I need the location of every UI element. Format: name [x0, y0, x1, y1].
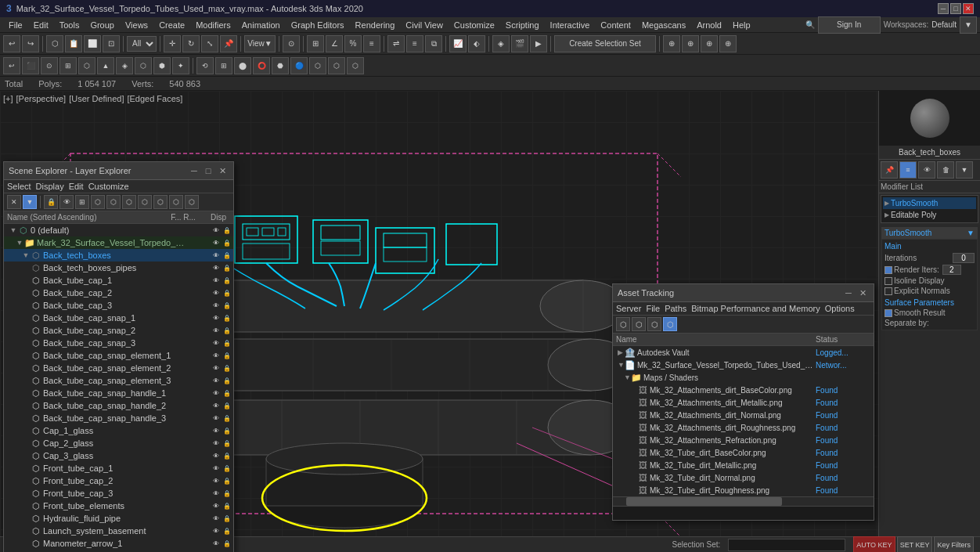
subtool-17[interactable]: ⬡	[328, 57, 345, 74]
asset-path-input[interactable]	[616, 509, 870, 518]
tree-item-back-snap-elem-1[interactable]: ⬡ Back_tube_cap_snap_element_1 👁🔒	[4, 349, 233, 362]
misc-btn4[interactable]: ⊕	[719, 35, 737, 52]
curve-editor-button[interactable]: 📈	[449, 35, 467, 52]
subtool-16[interactable]: ⬡	[309, 57, 326, 74]
menu-megascans[interactable]: Megascans	[636, 19, 691, 31]
tree-item-back-snap-elem-2[interactable]: ⬡ Back_tube_cap_snap_element_2 👁🔒	[4, 362, 233, 374]
tree-item-back-tube-cap-3[interactable]: ⬡ Back_tube_cap_3 👁🔒	[4, 299, 233, 312]
menu-animation[interactable]: Animation	[236, 19, 286, 31]
explicit-normals-checkbox[interactable]	[885, 287, 892, 295]
tree-item-back-snap-handle-3[interactable]: ⬡ Back_tube_cap_snap_handle_3 👁🔒	[4, 412, 233, 424]
tree-item-back-tube-cap-snap-2[interactable]: ⬡ Back_tube_cap_snap_2 👁🔒	[4, 324, 233, 337]
subtool-3[interactable]: ⊙	[41, 57, 58, 74]
asset-menu-paths[interactable]: Paths	[665, 304, 686, 313]
tree-item-back-snap-handle-1[interactable]: ⬡ Back_tube_cap_snap_handle_1 👁🔒	[4, 387, 233, 399]
panel-restore-button[interactable]: □	[202, 164, 214, 177]
le-tb-10[interactable]: ⬡	[185, 195, 199, 209]
mod-show-button[interactable]: 👁	[918, 161, 935, 179]
subtool-arrow[interactable]: ▲	[97, 57, 114, 74]
le-tb-8[interactable]: ⬡	[153, 195, 168, 209]
asset-tb-4[interactable]: ⬡	[663, 317, 677, 331]
create-selection-set-button[interactable]: Create Selection Set	[554, 35, 656, 52]
menu-scripting[interactable]: Scripting	[500, 19, 545, 31]
status-animate-button[interactable]: AUTO KEY	[853, 536, 895, 553]
le-tb-5[interactable]: ⬡	[106, 195, 121, 209]
subtool-18[interactable]: ⬡	[347, 57, 364, 74]
mod-delete-button[interactable]: 🗑	[937, 161, 954, 179]
turbosmooth-section-header[interactable]: TurboSmooth ▼	[881, 227, 978, 239]
filter-dropdown[interactable]: All	[127, 36, 157, 52]
snap-toggle-button[interactable]: ⊞	[307, 35, 324, 52]
tree-item-default-layer[interactable]: ▼ ⬡ 0 (default) 👁 🔒	[4, 224, 233, 236]
tree-item-back-snap-elem-3[interactable]: ⬡ Back_tube_cap_snap_element_3 👁🔒	[4, 374, 233, 387]
mirror-button[interactable]: ⇌	[387, 35, 405, 52]
asset-item-refraction[interactable]: 🖼 Mk_32_Attachments_Refraction.png Found	[613, 434, 874, 446]
tree-item-cap2-glass[interactable]: ⬡ Cap_2_glass 👁🔒	[4, 437, 233, 449]
le-tb-7[interactable]: ⬡	[138, 195, 152, 209]
mod-more-button[interactable]: ▼	[956, 161, 973, 179]
menu-group[interactable]: Group	[85, 19, 120, 31]
asset-tracking-list[interactable]: ▶ 🏦 Autodesk Vault Logged... ▼ 📄 Mk_32_S…	[613, 346, 874, 496]
tree-item-front-tube-elements[interactable]: ⬡ Front_tube_elements 👁🔒	[4, 500, 233, 512]
le-tb-9[interactable]: ⬡	[169, 195, 183, 209]
subtool-2[interactable]: ⬛	[22, 57, 39, 74]
layer-manager-button[interactable]: ⧉	[425, 35, 442, 52]
asset-item-tube-roughness[interactable]: 🖼 Mk_32_Tube_dirt_Roughness.png Found	[613, 484, 874, 496]
modifier-item-turbosmooth[interactable]: ▶ TurboSmooth	[883, 197, 976, 209]
menu-views[interactable]: Views	[120, 19, 153, 31]
le-tb-close-x[interactable]: ✕	[7, 195, 21, 209]
asset-item-vault[interactable]: ▶ 🏦 Autodesk Vault Logged...	[613, 346, 874, 359]
tree-item-torpedo-root[interactable]: ▼ 📁 Mark_32_Surface_Vessel_Torpedo_Tubes…	[4, 236, 233, 249]
percent-snap-button[interactable]: %	[344, 35, 362, 52]
asset-item-metallic[interactable]: 🖼 Mk_32_Attachments_dirt_Metallic.png Fo…	[613, 396, 874, 409]
le-menu-display[interactable]: Display	[36, 182, 64, 191]
subtool-7[interactable]: ⬡	[135, 57, 152, 74]
render-iters-input[interactable]	[942, 265, 961, 275]
subtool-6[interactable]: ◈	[116, 57, 133, 74]
panel-close-button[interactable]: ✕	[216, 164, 229, 177]
asset-menu-options[interactable]: Options	[825, 304, 855, 313]
render-frame-button[interactable]: ▶	[530, 35, 547, 52]
spinner-snap-button[interactable]: ≡	[363, 35, 380, 52]
menu-interactive[interactable]: Interactive	[545, 19, 596, 31]
asset-item-tube-basecolor[interactable]: 🖼 Mk_32_Tube_dirt_BaseColor.png Found	[613, 446, 874, 459]
tree-item-back-tech-boxes-pipes[interactable]: ⬡ Back_tech_boxes_pipes 👁🔒	[4, 262, 233, 274]
redo-button[interactable]: ↪	[22, 35, 39, 52]
subtool-4[interactable]: ⊞	[59, 57, 77, 74]
menu-tools[interactable]: Tools	[54, 19, 85, 31]
close-button[interactable]: ✕	[963, 3, 974, 14]
select-by-name-button[interactable]: 📋	[65, 35, 82, 52]
tree-item-launch-system[interactable]: ⬡ Launch_system_basement 👁🔒	[4, 525, 233, 537]
selection-set-status-input[interactable]	[728, 539, 845, 551]
misc-btn1[interactable]: ⊕	[663, 35, 680, 52]
panel-minus-button[interactable]: ─	[188, 164, 200, 177]
smooth-result-checkbox[interactable]	[885, 309, 892, 317]
maximize-button[interactable]: □	[950, 3, 961, 14]
asset-item-basecolor[interactable]: 🖼 Mk_32_Attachments_dirt_BaseColor.png F…	[613, 384, 874, 396]
minimize-button[interactable]: ─	[938, 3, 949, 14]
angle-snap-button[interactable]: ∠	[326, 35, 343, 52]
material-editor-button[interactable]: ◈	[492, 35, 510, 52]
subtool-14[interactable]: ⬣	[272, 57, 289, 74]
mod-pin-button[interactable]: 📌	[881, 161, 898, 179]
isoline-checkbox[interactable]	[885, 277, 892, 285]
subtool-5[interactable]: ⬡	[78, 57, 95, 74]
le-menu-select[interactable]: Select	[7, 182, 31, 191]
tree-item-back-snap-handle-2[interactable]: ⬡ Back_tube_cap_snap_handle_2 👁🔒	[4, 399, 233, 412]
subtool-12[interactable]: ⬤	[234, 57, 251, 74]
move-button[interactable]: ✛	[164, 35, 181, 52]
le-tb-3[interactable]: ⊞	[75, 195, 89, 209]
align-button[interactable]: ≡	[406, 35, 423, 52]
menu-modifiers[interactable]: Modifiers	[190, 19, 236, 31]
menu-file[interactable]: File	[3, 19, 28, 31]
scale-button[interactable]: ⤡	[201, 35, 218, 52]
subtool-10[interactable]: ⟲	[196, 57, 214, 74]
asset-menu-bitmap-perf[interactable]: Bitmap Performance and Memory	[691, 304, 820, 313]
asset-item-maps-folder[interactable]: ▼ 📁 Maps / Shaders	[613, 371, 874, 384]
subtool-15[interactable]: 🔵	[290, 57, 308, 74]
tree-item-cap1-glass[interactable]: ⬡ Cap_1_glass 👁🔒	[4, 424, 233, 437]
tree-item-hydraulic-fluid[interactable]: ⬡ Hydraulic_fluid_pipe 👁🔒	[4, 512, 233, 525]
tree-item-front-tube-cap-2[interactable]: ⬡ Front_tube_cap_2 👁🔒	[4, 474, 233, 487]
asset-item-tube-metallic[interactable]: 🖼 Mk_32_Tube_dirt_Metallic.png Found	[613, 459, 874, 471]
workspaces-dropdown[interactable]: ▼	[960, 16, 977, 34]
